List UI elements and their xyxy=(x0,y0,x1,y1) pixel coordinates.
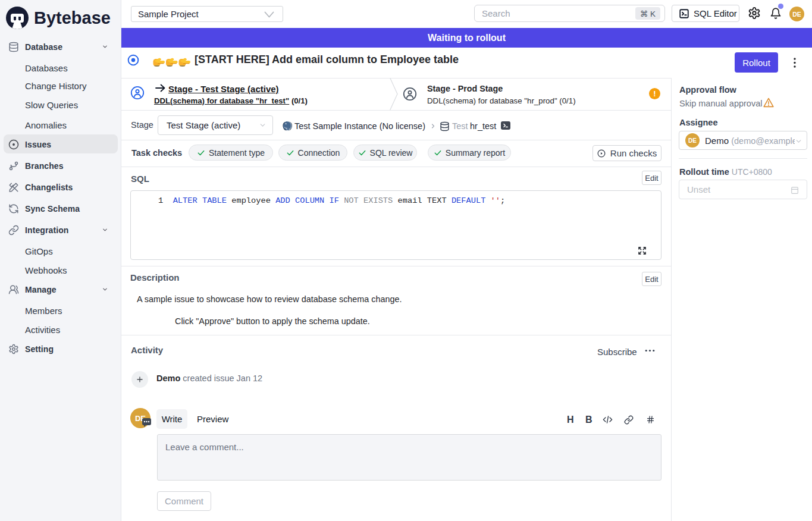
svg-text:Bytebase: Bytebase xyxy=(34,8,111,27)
